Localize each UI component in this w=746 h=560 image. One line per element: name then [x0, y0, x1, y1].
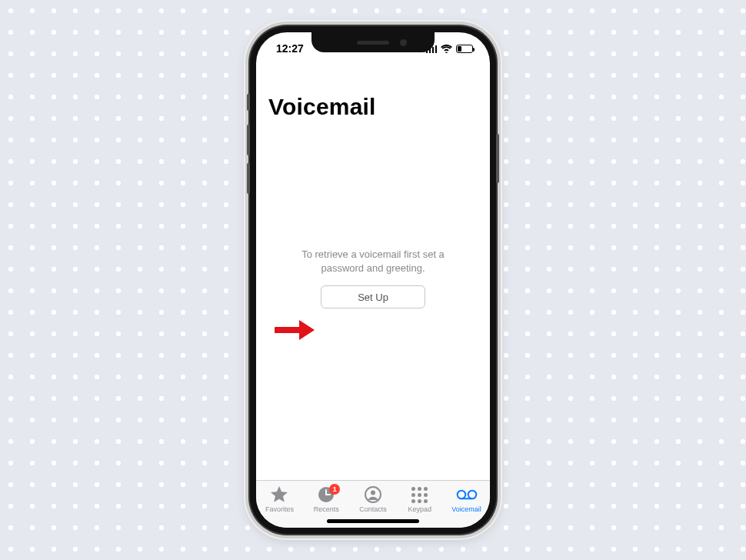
clock-icon: 1	[315, 485, 337, 504]
set-up-button-label: Set Up	[358, 292, 388, 303]
front-camera	[400, 39, 407, 46]
screen: 12:27 Voicemail To retrieve a v	[256, 32, 490, 528]
side-power-button	[496, 134, 499, 183]
tab-favorites[interactable]: Favorites	[256, 485, 303, 513]
notch	[311, 32, 435, 52]
tab-label: Contacts	[359, 505, 387, 513]
battery-icon	[456, 45, 473, 53]
set-up-button[interactable]: Set Up	[321, 285, 425, 308]
hint-line-1: To retrieve a voicemail first set a	[301, 248, 445, 260]
hint-line-2: password and greeting.	[321, 262, 425, 274]
contact-icon	[362, 485, 384, 504]
recents-badge: 1	[329, 484, 340, 495]
wifi-icon	[441, 45, 452, 53]
star-icon	[268, 485, 290, 504]
tab-contacts[interactable]: Contacts	[350, 485, 397, 513]
tab-label: Voicemail	[451, 505, 481, 513]
tab-voicemail[interactable]: Voicemail	[443, 485, 490, 513]
empty-state-hint: To retrieve a voicemail first set a pass…	[268, 248, 478, 275]
tab-label: Recents	[314, 505, 339, 513]
keypad-icon	[409, 485, 431, 504]
tab-keypad[interactable]: Keypad	[396, 485, 443, 513]
content-area: Voicemail To retrieve a voicemail first …	[256, 60, 490, 482]
tab-label: Favorites	[265, 505, 294, 513]
iphone-frame: 12:27 Voicemail To retrieve a v	[250, 26, 496, 534]
home-indicator[interactable]	[327, 519, 419, 523]
side-volume-down	[247, 163, 250, 194]
svg-point-3	[457, 491, 465, 499]
status-time: 12:27	[276, 42, 304, 55]
page-title: Voicemail	[268, 94, 478, 120]
svg-point-4	[468, 491, 476, 499]
voicemail-icon	[456, 485, 478, 504]
svg-point-2	[371, 491, 375, 495]
side-volume-up	[247, 125, 250, 155]
tab-recents[interactable]: 1 Recents	[303, 485, 350, 513]
side-silence-switch	[247, 94, 250, 111]
empty-state: To retrieve a voicemail first set a pass…	[256, 248, 490, 308]
earpiece-speaker	[357, 41, 389, 45]
annotation-arrow-icon	[275, 318, 316, 342]
tab-label: Keypad	[408, 505, 432, 513]
